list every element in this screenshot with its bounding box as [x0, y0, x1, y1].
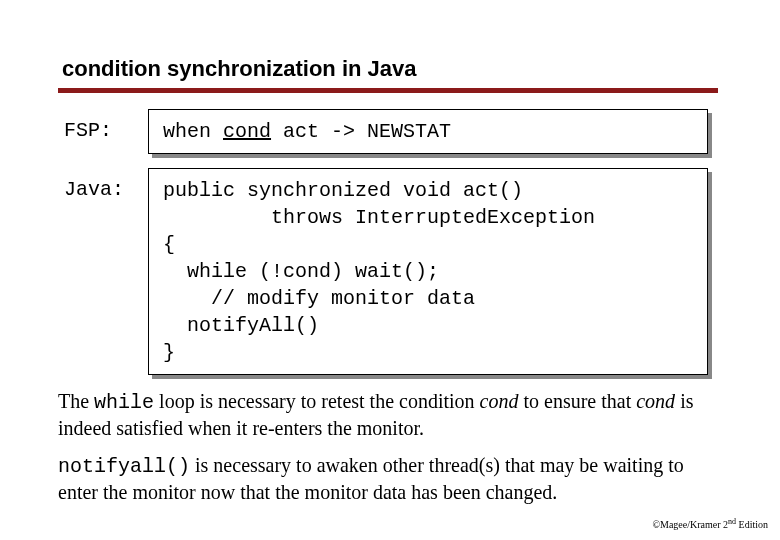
java-line-1: public synchronized void act(): [163, 179, 523, 202]
fsp-code-suffix: act -> NEWSTAT: [271, 120, 451, 143]
paragraph-2: notifyall() is necessary to awaken other…: [58, 453, 722, 505]
p1-t1: The: [58, 390, 94, 412]
footer-credit: ©Magee/Kramer 2nd Edition: [652, 517, 768, 530]
footer-post: Edition: [736, 519, 768, 530]
fsp-code-cond: cond: [223, 120, 271, 143]
footer-sup: nd: [728, 517, 736, 526]
java-line-5: // modify monitor data: [163, 287, 475, 310]
paragraph-1: The while loop is necessary to retest th…: [58, 389, 722, 441]
p1-cond1: cond: [480, 390, 519, 412]
java-line-4: while (!cond) wait();: [163, 260, 439, 283]
slide-title: condition synchronization in Java: [58, 56, 722, 82]
title-underline: [58, 88, 718, 93]
p2-notifyall: notifyall(): [58, 455, 190, 478]
java-label: Java:: [58, 168, 136, 201]
p1-cond2: cond: [636, 390, 675, 412]
fsp-label: FSP:: [58, 109, 136, 142]
p1-while: while: [94, 391, 154, 414]
p1-t2: loop is necessary to retest the conditio…: [154, 390, 479, 412]
footer-pre: ©Magee/Kramer: [652, 519, 723, 530]
fsp-code-prefix: when: [163, 120, 223, 143]
java-line-6: notifyAll(): [163, 314, 319, 337]
java-line-7: }: [163, 341, 175, 364]
slide: condition synchronization in Java FSP: w…: [0, 0, 780, 505]
java-row: Java: public synchronized void act() thr…: [58, 168, 722, 375]
java-line-2: throws InterruptedException: [163, 206, 595, 229]
java-line-3: {: [163, 233, 175, 256]
fsp-row: FSP: when cond act -> NEWSTAT: [58, 109, 722, 154]
fsp-codebox: when cond act -> NEWSTAT: [148, 109, 708, 154]
p1-t3: to ensure that: [518, 390, 636, 412]
java-codebox: public synchronized void act() throws In…: [148, 168, 708, 375]
